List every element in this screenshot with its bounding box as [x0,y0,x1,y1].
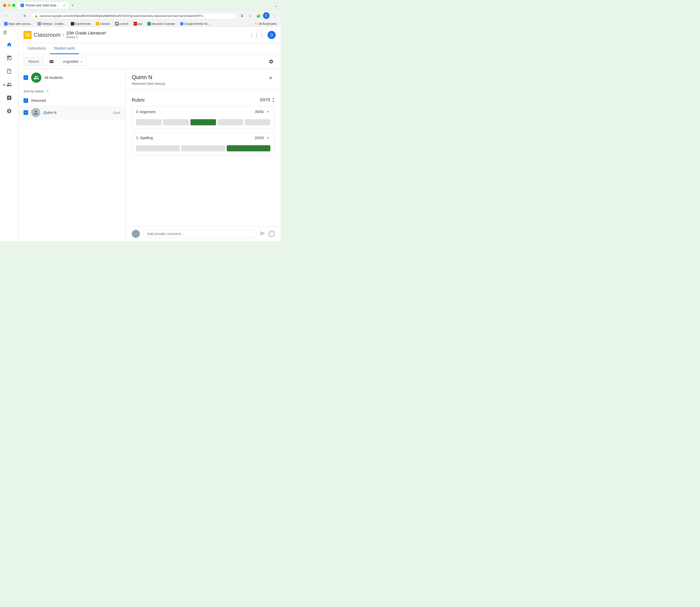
criteria-spelling-name: 1: Spelling [136,136,255,140]
bookmark-all-label: All Bookmarks [259,22,277,25]
sidebar-item-people[interactable]: ▶ [3,78,15,91]
student-row[interactable]: ✓ Quinn N Draft [18,105,125,120]
student-checkbox-check: ✓ [24,111,27,114]
bookmark-settings-icon [38,22,41,25]
hamburger-menu[interactable]: ☰ [3,30,7,36]
student-submission-status: Draft [113,111,120,114]
bookmarks-bar: Apps with access... Settings - Cookie...… [0,21,281,27]
header-right: ⋮⋮⋮ D [249,31,276,39]
browser-chrome: Romeo and Juliet analysis. ✕ + ⌄ ← → ↻ 🔒… [0,0,281,241]
download-icon[interactable]: ⬇ [239,12,246,19]
detail-body: Rubric 50/70 ▲ ▼ 0: Argument 30/50 [126,90,281,226]
all-students-row: ✓ All students [18,69,125,86]
forward-button[interactable]: → [12,12,19,19]
criteria-spelling-expand[interactable] [266,135,270,140]
bookmark-icon[interactable]: ☆ [247,12,254,19]
back-button[interactable]: ← [3,12,10,19]
sort-dropdown-icon[interactable] [46,89,50,93]
detail-student-info: Quinn N Returned (See history) [132,74,267,85]
maximize-traffic-light[interactable] [12,4,15,7]
tab-instructions[interactable]: Instructions [23,43,50,54]
profile-menu[interactable]: D [263,12,270,19]
sidebar-top: ☰ [0,30,18,38]
tab-label: Romeo and Juliet analysis. [25,4,61,7]
bookmark-current[interactable]: 📁 current [114,21,129,26]
return-button[interactable]: Return [23,57,44,66]
score-arrows[interactable]: ▲ ▼ [272,97,275,103]
bookmark-experiments[interactable]: Experiments [70,21,91,26]
lock-icon: 🔒 [35,14,38,18]
browser-titlebar: Romeo and Juliet analysis. ✕ + ⌄ [0,0,281,11]
apps-grid-icon[interactable]: ⋮⋮⋮ [249,32,265,38]
user-avatar[interactable]: D [268,31,276,39]
score-up-arrow[interactable]: ▲ [272,97,275,100]
returned-section-label: Returned [31,99,46,103]
sidebar-item-add[interactable] [3,92,15,104]
criteria-argument-score: 30/50 [255,110,264,114]
settings-button[interactable] [267,57,276,66]
bookmark-current-label: current [120,22,128,25]
sidebar-item-calendar[interactable] [3,52,15,64]
checkbox-check-icon: ✓ [24,76,27,79]
sidebar-item-settings[interactable] [3,105,15,117]
tab-chevron[interactable]: ⌄ [274,3,278,8]
bar-segment-2 [163,119,189,125]
url-bar[interactable]: 🔒 classroom.google.com/u/0/c/NjEyMDI4ODI… [30,13,236,19]
students-group-icon [31,72,41,83]
refresh-button[interactable]: ↻ [21,12,28,19]
grade-filter-dropdown[interactable]: Ungraded [59,57,87,66]
comment-input[interactable] [143,229,257,238]
rubric-total-score: 50/70 [260,98,270,102]
tab-nav: Instructions Student work [18,43,281,55]
email-button[interactable] [47,57,56,66]
course-info: 10th Grade Literature! Period 3 [66,31,106,39]
returned-checkbox[interactable]: ✓ [23,98,28,103]
bookmark-classes[interactable]: Classes [95,21,111,26]
close-traffic-light[interactable] [3,4,6,7]
bookmark-classes-icon [96,22,99,25]
bookmark-all[interactable]: 📁 All Bookmarks [253,22,278,26]
comment-area: ? [126,226,281,241]
classroom-label: Classroom [34,32,61,38]
bookmark-apps-icon [4,22,8,25]
browser-nav: ← → ↻ 🔒 classroom.google.com/u/0/c/NjEyM… [0,11,281,21]
score-down-arrow[interactable]: ▼ [272,100,275,103]
bookmark-apps[interactable]: Apps with access... [3,21,34,26]
tab-bar: Romeo and Juliet analysis. ✕ + ⌄ [17,2,278,9]
course-name: 10th Grade Literature! [66,31,106,36]
sidebar: ☰ ▶ [0,27,18,241]
returned-checkbox-check: ✓ [24,99,27,102]
sidebar-item-home[interactable] [3,39,15,51]
all-students-label: All students [44,76,63,80]
bookmark-discovery-label: discovery example [152,22,175,25]
bookmark-rpi[interactable]: RPI gcp [132,21,143,26]
bookmark-google-identity[interactable]: Google Identity Se... [179,21,211,26]
criteria-argument-expand[interactable] [266,109,270,114]
active-tab[interactable]: Romeo and Juliet analysis. ✕ [17,2,68,9]
new-tab-button[interactable]: + [69,2,76,9]
argument-bar-segments [136,119,270,125]
all-students-checkbox[interactable]: ✓ [23,75,28,80]
detail-return-status: Returned (See history) [132,82,267,85]
bookmark-experiments-label: Experiments [75,22,90,25]
send-comment-button[interactable] [260,230,266,237]
help-button[interactable]: ? [269,231,275,237]
tab-close-button[interactable]: ✕ [63,4,65,7]
bookmark-apps-label: Apps with access... [8,22,33,25]
student-checkbox[interactable]: ✓ [23,110,28,115]
split-view: ✓ All students Sort by status [18,69,281,241]
sidebar-item-assignments[interactable] [3,65,15,77]
close-detail-button[interactable]: ✕ [267,74,275,82]
classroom-icon [23,31,32,39]
minimize-traffic-light[interactable] [8,4,11,7]
nav-icons: ⬇ ☆ 🧩 D ⋮ [239,12,278,19]
student-name: Quinn N [43,110,110,114]
tab-student-work[interactable]: Student work [50,43,79,54]
detail-panel: Quinn N Returned (See history) ✕ Rubric … [126,69,281,241]
criteria-argument-name: 0: Argument [136,110,255,114]
bookmark-settings[interactable]: Settings - Cookie... [37,21,67,26]
bookmark-discovery-icon [147,22,151,25]
bookmark-discovery[interactable]: discovery example [146,21,176,26]
more-menu[interactable]: ⋮ [271,12,278,19]
extensions-icon[interactable]: 🧩 [255,12,262,19]
